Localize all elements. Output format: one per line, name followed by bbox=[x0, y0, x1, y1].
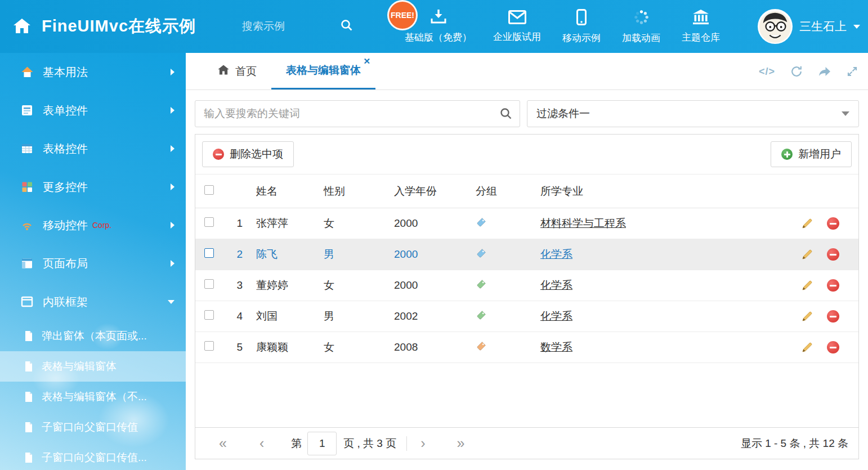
table-row[interactable]: 2 陈飞 男 2000 化学系 bbox=[195, 239, 858, 270]
nav-loading-animation[interactable]: 加载动画 bbox=[611, 0, 671, 53]
tab-label: 首页 bbox=[235, 64, 257, 79]
spinner-icon bbox=[633, 9, 650, 28]
last-page-button[interactable]: » bbox=[457, 436, 465, 450]
nav-mobile-demo[interactable]: 移动示例 bbox=[552, 0, 611, 53]
sidebar-item-basic-usage[interactable]: 基本用法 bbox=[0, 53, 186, 91]
delete-icon[interactable] bbox=[827, 217, 839, 230]
search-icon[interactable] bbox=[340, 19, 354, 34]
row-number: 4 bbox=[228, 310, 250, 323]
table-row[interactable]: 1 张萍萍 女 2000 材料科学与工程系 bbox=[195, 208, 858, 239]
sidebar-subitem-grid-edit-window[interactable]: 表格与编辑窗体 bbox=[0, 351, 186, 382]
close-icon[interactable]: ✕ bbox=[363, 57, 370, 65]
next-page-button[interactable]: › bbox=[420, 436, 425, 450]
divider bbox=[406, 436, 407, 451]
cell-year: 2008 bbox=[388, 341, 470, 353]
delete-icon[interactable] bbox=[827, 279, 839, 292]
chevron-right-icon bbox=[171, 260, 175, 267]
sidebar-item-mobile-controls[interactable]: 移动控件 Corp. bbox=[0, 206, 186, 244]
pagination-bar: « ‹ 第 页 , 共 3 页 › » 显示 1 - 5 条 , 共 12 条 bbox=[195, 427, 858, 459]
blocks-icon bbox=[20, 180, 34, 194]
user-menu[interactable]: 三生石上 bbox=[758, 0, 860, 53]
nav-theme-store[interactable]: 主题仓库 bbox=[671, 0, 731, 53]
row-number: 3 bbox=[228, 279, 250, 292]
major-link[interactable]: 化学系 bbox=[540, 279, 572, 291]
edit-icon[interactable] bbox=[801, 217, 813, 230]
sidebar-subitem-label: 表格与编辑窗体 bbox=[42, 359, 117, 374]
form-icon bbox=[20, 104, 34, 117]
nav-enterprise-trial[interactable]: 企业版试用 bbox=[482, 0, 552, 53]
prev-page-button[interactable]: ‹ bbox=[259, 436, 264, 450]
first-page-button[interactable]: « bbox=[219, 436, 227, 450]
delete-icon[interactable] bbox=[827, 248, 839, 261]
fullscreen-icon[interactable] bbox=[847, 66, 858, 77]
row-checkbox[interactable] bbox=[204, 341, 214, 351]
mail-icon bbox=[508, 10, 526, 26]
tag-icon bbox=[476, 279, 487, 290]
search-icon[interactable] bbox=[499, 107, 513, 123]
page-icon bbox=[24, 330, 34, 342]
home-icon[interactable] bbox=[12, 17, 32, 37]
row-checkbox[interactable] bbox=[204, 248, 214, 258]
table-row[interactable]: 4 刘国 男 2002 化学系 bbox=[195, 301, 858, 332]
column-name[interactable]: 姓名 bbox=[250, 184, 318, 199]
table-row[interactable]: 5 康颖颖 女 2008 数学系 bbox=[195, 332, 858, 363]
column-year[interactable]: 入学年份 bbox=[388, 184, 470, 199]
filter-dropdown[interactable]: 过滤条件一 bbox=[527, 100, 859, 127]
corp-badge: Corp. bbox=[92, 221, 111, 230]
major-link[interactable]: 数学系 bbox=[540, 341, 572, 353]
sidebar-item-iframe[interactable]: 内联框架 bbox=[0, 283, 186, 321]
nav-label: 加载动画 bbox=[622, 32, 660, 44]
edit-icon[interactable] bbox=[801, 310, 813, 323]
sidebar-subitem-grid-edit-window-2[interactable]: 表格与编辑窗体（不... bbox=[0, 382, 186, 412]
major-link[interactable]: 材料科学与工程系 bbox=[540, 217, 626, 229]
edit-icon[interactable] bbox=[801, 248, 813, 261]
add-user-button[interactable]: 新增用户 bbox=[771, 141, 852, 167]
table-row[interactable]: 3 董婷婷 女 2000 化学系 bbox=[195, 270, 858, 301]
nav-label: 主题仓库 bbox=[682, 31, 720, 44]
header-search-input[interactable] bbox=[242, 20, 332, 33]
sidebar-subitem-label: 弹出窗体（本页面或... bbox=[42, 329, 147, 343]
row-checkbox[interactable] bbox=[204, 217, 214, 227]
chevron-down-icon bbox=[168, 300, 175, 304]
select-all-checkbox[interactable] bbox=[204, 185, 214, 195]
row-checkbox[interactable] bbox=[204, 310, 214, 320]
sidebar-item-grid-controls[interactable]: 表格控件 bbox=[0, 129, 186, 168]
edit-icon[interactable] bbox=[801, 279, 813, 292]
page-prefix: 第 bbox=[291, 436, 302, 451]
grid-panel: 删除选中项 新增用户 姓名 性别 入学年份 分组 所学专业 1 张萍萍 女 bbox=[195, 134, 859, 459]
delete-icon[interactable] bbox=[827, 310, 839, 323]
header-search[interactable] bbox=[242, 0, 354, 53]
column-major[interactable]: 所学专业 bbox=[535, 184, 797, 199]
column-gender[interactable]: 性别 bbox=[318, 184, 388, 199]
tag-icon bbox=[476, 341, 487, 352]
delete-icon[interactable] bbox=[827, 341, 839, 353]
sidebar-item-more-controls[interactable]: 更多控件 bbox=[0, 168, 186, 206]
sidebar-item-form-controls[interactable]: 表单控件 bbox=[0, 91, 186, 129]
sidebar-subitem-child-to-parent[interactable]: 子窗口向父窗口传值 bbox=[0, 412, 186, 442]
major-link[interactable]: 化学系 bbox=[540, 248, 572, 260]
cell-year: 2000 bbox=[388, 248, 470, 261]
sidebar-item-label: 页面布局 bbox=[43, 256, 88, 271]
major-link[interactable]: 化学系 bbox=[540, 310, 572, 322]
tab-home[interactable]: 首页 bbox=[203, 53, 271, 89]
sidebar-subitem-child-to-parent-2[interactable]: 子窗口向父窗口传值... bbox=[0, 442, 186, 470]
sidebar-subitem-popup-window[interactable]: 弹出窗体（本页面或... bbox=[0, 321, 186, 351]
column-group[interactable]: 分组 bbox=[470, 184, 535, 199]
page-count-text: 页 , 共 3 页 bbox=[343, 436, 396, 451]
tag-icon bbox=[476, 310, 487, 321]
source-code-icon[interactable]: </> bbox=[759, 66, 775, 78]
delete-selected-button[interactable]: 删除选中项 bbox=[202, 141, 294, 167]
tag-icon bbox=[476, 217, 487, 228]
tab-grid-edit-window[interactable]: 表格与编辑窗体 ✕ bbox=[271, 53, 375, 89]
page-number-input[interactable] bbox=[307, 432, 337, 455]
refresh-icon[interactable] bbox=[790, 65, 803, 78]
open-in-new-icon[interactable] bbox=[818, 66, 831, 77]
sidebar-item-page-layout[interactable]: 页面布局 bbox=[0, 244, 186, 283]
edit-icon[interactable] bbox=[801, 341, 813, 353]
house-icon bbox=[20, 65, 34, 79]
page-icon bbox=[24, 361, 34, 372]
keyword-search-input[interactable] bbox=[195, 100, 520, 127]
sidebar-subitem-label: 子窗口向父窗口传值 bbox=[42, 420, 138, 435]
row-checkbox[interactable] bbox=[204, 279, 214, 289]
cell-gender: 女 bbox=[318, 216, 388, 231]
